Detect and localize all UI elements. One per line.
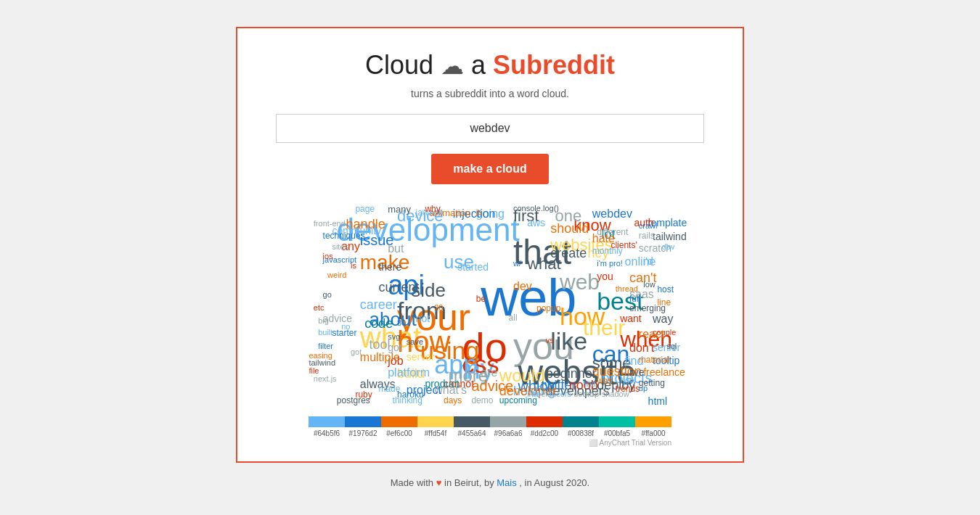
word-cloud-word: emerging: [629, 304, 666, 313]
word-cloud-word: w/: [513, 260, 521, 268]
color-bar: [309, 416, 671, 427]
cloud-icon: ☁: [441, 53, 464, 79]
word-cloud-word: couple: [653, 329, 676, 337]
word-cloud-word: is: [351, 262, 356, 270]
color-segment: [563, 416, 599, 427]
word-cloud-word: why: [425, 205, 440, 213]
title-subreddit: Subreddit: [493, 50, 615, 80]
color-label: #00bfa5: [599, 429, 635, 437]
color-segment: [454, 416, 490, 427]
color-label: #dd2c00: [526, 429, 563, 437]
word-cloud-word: js: [476, 208, 482, 216]
word-cloud-word: svg: [388, 333, 400, 341]
word-cloud-word: there: [378, 262, 401, 272]
word-cloud-word: beginner: [546, 367, 597, 380]
word-cloud-word: days: [444, 396, 462, 405]
word-cloud-word: sql: [666, 342, 677, 350]
word-cloud-word: up: [639, 384, 648, 392]
color-label: #96a6a6: [490, 429, 526, 437]
word-cloud-word: not: [416, 313, 430, 324]
word-cloud-word: techniques: [323, 231, 365, 240]
word-cloud-word: etc: [314, 304, 324, 312]
word-cloud-word: crawl: [639, 222, 658, 230]
word-cloud-word: got: [351, 348, 362, 356]
subreddit-input[interactable]: [276, 114, 704, 143]
word-cloud-word: online: [625, 256, 656, 268]
word-cloud-word: html: [648, 396, 667, 406]
color-label: #ffa000: [635, 429, 671, 437]
word-cloud-word: demo: [471, 396, 493, 405]
word-cloud-word: save: [407, 338, 423, 346]
color-label: #1976d2: [345, 429, 381, 437]
word-cloud-word: all: [509, 313, 518, 322]
word-cloud-word: host: [657, 285, 674, 294]
word-cloud-word: what: [527, 256, 560, 272]
button-container: make a cloud: [252, 154, 728, 184]
color-segment: [490, 416, 526, 427]
make-cloud-button[interactable]: make a cloud: [431, 154, 548, 184]
word-cloud-word: front-end: [314, 220, 346, 228]
word-cloud-word: clients': [611, 241, 637, 250]
color-label: #00838f: [563, 429, 599, 437]
word-cloud-word: career: [360, 298, 397, 311]
word-cloud-word: don't: [629, 342, 654, 354]
word-cloud-word: into: [527, 390, 540, 398]
color-segment: [417, 416, 454, 427]
word-cloud-word: web: [560, 271, 600, 293]
word-cloud-word: but: [388, 243, 404, 255]
word-cloud-word: got: [388, 342, 401, 353]
color-segment: [635, 416, 671, 427]
word-cloud-word: built: [318, 329, 332, 337]
word-cloud-word: dev: [513, 281, 532, 292]
footer-text-before: Made with: [391, 477, 433, 488]
footer-heart: ♥: [436, 477, 442, 488]
color-segment: [381, 416, 417, 427]
color-segment: [345, 416, 381, 427]
word-cloud-word: weird: [327, 271, 346, 279]
word-cloud-word: current: [378, 281, 419, 294]
word-cloud-word: thread: [616, 285, 638, 293]
footer-author-link[interactable]: Mais: [497, 477, 516, 488]
word-cloud-word: webdev: [592, 208, 632, 220]
word-cloud-word: was: [597, 376, 612, 385]
input-container: [252, 114, 728, 143]
word-cloud-word: rails: [639, 231, 655, 240]
color-label: #ffd54f: [417, 429, 454, 437]
color-labels: #64b5f6#1976d2#ef6c00#ffd54f#455a64#96a6…: [309, 429, 671, 437]
word-cloud-word: i'm pro!: [597, 260, 623, 268]
header: Cloud ☁ a Subreddit: [252, 50, 728, 81]
word-cloud-word: started: [457, 262, 489, 272]
main-container: Cloud ☁ a Subreddit turns a subreddit in…: [236, 27, 744, 463]
word-cloud-word: page: [355, 205, 375, 213]
word-cloud-word: should: [550, 222, 589, 235]
word-cloud-word: now: [620, 376, 636, 385]
title-a: a: [471, 50, 486, 80]
word-cloud-word: ios: [323, 252, 333, 260]
page-title: Cloud ☁ a Subreddit: [252, 50, 728, 81]
word-cloud-word: freelance: [643, 367, 685, 377]
word-cloud-word: it?: [546, 384, 555, 392]
word-cloud-word: material: [639, 355, 670, 364]
word-cloud-word: their: [583, 317, 625, 339]
color-bar-container: #64b5f6#1976d2#ef6c00#ffd54f#455a64#96a6…: [252, 416, 728, 447]
title-cloud: Cloud: [365, 50, 433, 80]
word-cloud-word: filter: [318, 342, 333, 350]
footer-text-after: , in August 2020.: [519, 477, 589, 488]
word-cloud-word: full: [629, 294, 640, 303]
word-cloud-word: are: [481, 367, 497, 379]
color-label: #64b5f6: [309, 429, 345, 437]
word-cloud-word: vs: [546, 337, 554, 345]
word-cloud-word: sites: [332, 243, 348, 251]
word-cloud-word: low: [643, 281, 656, 289]
word-cloud-word: thinking: [393, 396, 422, 405]
word-cloud-word: be: [476, 294, 486, 303]
word-cloud-word: platform: [388, 367, 430, 379]
word-cloud-word: aws: [527, 218, 545, 228]
word-cloud-word: multiple: [360, 352, 400, 363]
color-segment: [526, 416, 563, 427]
anychart-label: ⬜ AnyChart Trial Version: [309, 439, 671, 447]
color-label: #ef6c00: [381, 429, 417, 437]
word-cloud-word: many: [388, 205, 411, 214]
footer: Made with ♥ in Beirut, by Mais , in Augu…: [391, 477, 589, 488]
word-cloud-word: console.log(): [513, 205, 559, 213]
